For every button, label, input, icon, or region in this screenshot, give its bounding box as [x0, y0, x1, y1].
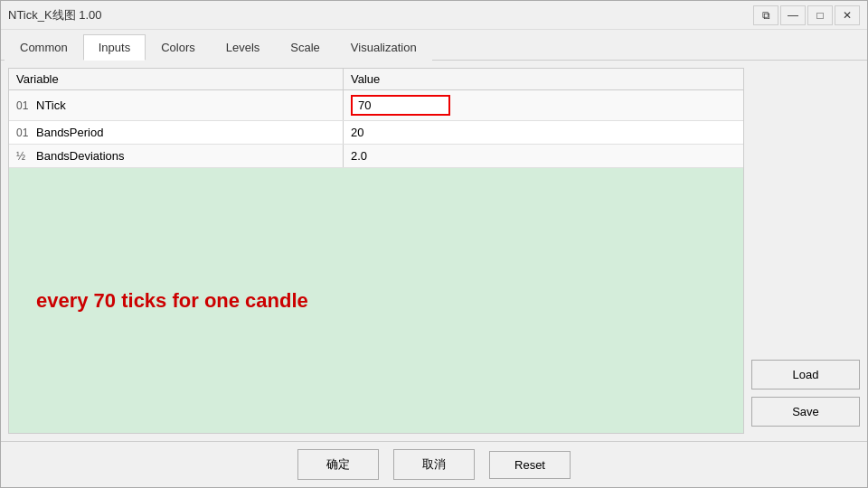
reset-button[interactable]: Reset: [489, 451, 571, 479]
minimize-button[interactable]: —: [780, 5, 806, 25]
bandsperiod-value: 20: [351, 126, 363, 139]
row-value-bandsdeviations: 2.0: [344, 145, 743, 167]
header-variable: Variable: [9, 69, 344, 89]
maximize-button[interactable]: □: [807, 5, 833, 25]
side-panel: Load Save: [751, 68, 860, 434]
main-panel: Variable Value 01 NTick 01 BandsPeriod: [8, 68, 744, 434]
confirm-button[interactable]: 确定: [297, 449, 379, 480]
row-value-bandsperiod: 20: [344, 121, 743, 144]
tab-visualization[interactable]: Visualization: [335, 34, 432, 61]
row-variable-ntick: 01 NTick: [9, 90, 344, 120]
tab-bar: Common Inputs Colors Levels Scale Visual…: [1, 30, 867, 61]
title-bar-controls: ⧉ — □ ✕: [753, 5, 860, 25]
bottom-bar: 确定 取消 Reset: [1, 441, 867, 487]
close-button[interactable]: ✕: [835, 5, 860, 25]
main-window: NTick_K线图 1.00 ⧉ — □ ✕ Common Inputs Col…: [0, 0, 868, 488]
ntick-input[interactable]: [351, 95, 450, 116]
row-num-ntick: 01: [16, 99, 31, 112]
row-value-ntick: [344, 90, 743, 120]
table-row: ½ BandsDeviations 2.0: [9, 145, 743, 168]
tab-common[interactable]: Common: [5, 34, 83, 61]
load-button[interactable]: Load: [751, 360, 860, 389]
description-text: every 70 ticks for one candle: [36, 289, 308, 313]
tab-levels[interactable]: Levels: [211, 34, 276, 61]
row-variable-bandsdeviations: ½ BandsDeviations: [9, 145, 344, 167]
save-button[interactable]: Save: [751, 397, 860, 427]
row-name-bandsdeviations: BandsDeviations: [36, 149, 125, 163]
row-variable-bandsperiod: 01 BandsPeriod: [9, 121, 344, 144]
title-bar: NTick_K线图 1.00 ⧉ — □ ✕: [1, 1, 867, 30]
table-header: Variable Value: [9, 69, 743, 90]
tab-inputs[interactable]: Inputs: [83, 34, 146, 61]
description-area: every 70 ticks for one candle: [9, 168, 743, 433]
content-area: Variable Value 01 NTick 01 BandsPeriod: [1, 61, 867, 441]
row-num-bandsdeviations: ½: [16, 150, 31, 163]
window-title: NTick_K线图 1.00: [8, 7, 102, 23]
row-num-bandsperiod: 01: [16, 127, 31, 139]
row-name-ntick: NTick: [36, 99, 66, 112]
cancel-button[interactable]: 取消: [393, 449, 475, 480]
row-name-bandsperiod: BandsPeriod: [36, 126, 103, 139]
restore-button[interactable]: ⧉: [753, 5, 778, 25]
table-row: 01 NTick: [9, 90, 743, 121]
tab-colors[interactable]: Colors: [146, 34, 211, 61]
table-row: 01 BandsPeriod 20: [9, 121, 743, 145]
header-value: Value: [344, 69, 743, 89]
tab-scale[interactable]: Scale: [275, 34, 335, 61]
title-bar-left: NTick_K线图 1.00: [8, 7, 102, 23]
bandsdeviations-value: 2.0: [351, 149, 367, 163]
